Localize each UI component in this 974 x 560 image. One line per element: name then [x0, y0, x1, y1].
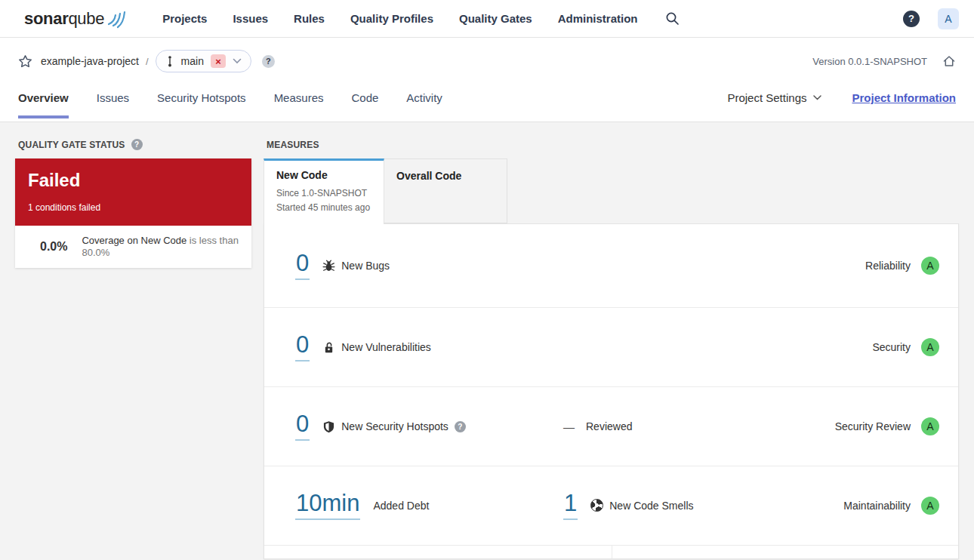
reliability-label: Reliability [865, 260, 911, 272]
measure-row-maintainability: 10min Added Debt 1 New Code Smells Maint… [264, 466, 958, 546]
quality-gate-help-icon[interactable]: ? [131, 139, 143, 150]
quality-gate-panel: QUALITY GATE STATUS ? Failed 1 condition… [15, 140, 251, 559]
nav-projects[interactable]: Projects [162, 12, 207, 25]
quality-gate-condition-row[interactable]: 0.0% Coverage on New Code is less than 8… [15, 226, 251, 268]
chevron-down-icon [233, 58, 242, 64]
new-code-started: Started 45 minutes ago [276, 201, 371, 215]
project-settings-label: Project Settings [727, 91, 806, 104]
measures-panel: MEASURES New Code Since 1.0-SNAPSHOT Sta… [264, 140, 959, 559]
reviewed-dash: — [563, 420, 574, 433]
new-security-hotspots-count-link[interactable]: 0 [295, 412, 310, 441]
logo-text-light: qube [68, 9, 104, 28]
avatar[interactable]: A [938, 8, 959, 29]
maintainability-label: Maintainability [843, 500, 911, 512]
new-vulnerabilities-label: New Vulnerabilities [341, 341, 431, 353]
home-icon[interactable] [942, 54, 956, 68]
tab-new-code-label: New Code [276, 169, 371, 181]
new-vulnerabilities-count-link[interactable]: 0 [295, 333, 310, 362]
breadcrumb-separator: / [146, 56, 149, 67]
chevron-down-icon [813, 95, 821, 100]
tab-measures[interactable]: Measures [274, 85, 324, 122]
quality-gate-card: Failed 1 conditions failed 0.0% Coverage… [15, 158, 251, 268]
reviewed-label: Reviewed [586, 420, 632, 432]
measure-row-security-hotspots: 0 New Security Hotspots ? — Reviewed [264, 387, 958, 466]
security-rating-badge: A [921, 338, 939, 356]
breadcrumb-right: Version 0.0.1-SNAPSHOT [812, 54, 956, 68]
added-debt-label-group: Added Debt [373, 500, 429, 512]
tab-overall-code-label: Overall Code [396, 170, 495, 182]
branch-selector[interactable]: main × [156, 50, 251, 72]
branch-help-icon[interactable]: ? [262, 55, 275, 68]
logo-text-bold: sonar [24, 9, 68, 28]
added-debt-link[interactable]: 10min [295, 491, 360, 520]
new-code-smells-count-link[interactable]: 1 [563, 491, 578, 520]
reliability-rating-group: Reliability A [865, 257, 939, 275]
security-hotspots-help-icon[interactable]: ? [455, 421, 466, 432]
condition-metric: Coverage on New Code [82, 235, 186, 246]
code-smell-icon [590, 499, 603, 512]
code-scope-tabs: New Code Since 1.0-SNAPSHOT Started 45 m… [264, 158, 959, 223]
primary-nav: Projects Issues Rules Quality Profiles Q… [162, 12, 637, 25]
top-right-actions: ? A [903, 8, 959, 29]
measures-title-row: MEASURES [267, 140, 959, 149]
quality-gate-title-row: QUALITY GATE STATUS ? [18, 140, 251, 149]
new-vulnerabilities-label-group: New Vulnerabilities [322, 341, 431, 354]
help-icon[interactable]: ? [903, 11, 920, 27]
tab-security-hotspots[interactable]: Security Hotspots [157, 85, 246, 122]
nav-administration[interactable]: Administration [558, 12, 638, 25]
security-review-label: Security Review [835, 420, 911, 432]
overview-content: QUALITY GATE STATUS ? Failed 1 condition… [0, 122, 974, 559]
tab-overview[interactable]: Overview [18, 85, 69, 122]
sonarqube-logo-text: sonarqube [24, 8, 104, 30]
new-bugs-count-link[interactable]: 0 [295, 251, 310, 280]
tab-activity[interactable]: Activity [406, 85, 442, 122]
new-code-smells-label: New Code Smells [609, 500, 693, 512]
nav-quality-profiles[interactable]: Quality Profiles [350, 12, 433, 25]
branch-name: main [181, 55, 204, 67]
quality-gate-conditions-summary: 1 conditions failed [28, 202, 239, 213]
hotspots-reviewed-group: — Reviewed [563, 420, 632, 433]
sonar-waves-icon [105, 6, 128, 29]
breadcrumb-project-link[interactable]: example-java-project [41, 55, 139, 67]
project-tabs-right: Project Settings Project Information [727, 85, 956, 122]
security-rating-group: Security A [872, 338, 939, 356]
quality-gate-status-banner: Failed 1 conditions failed [15, 158, 251, 226]
quality-gate-title: QUALITY GATE STATUS [18, 140, 125, 150]
new-code-smells-label-group: New Code Smells [590, 499, 693, 512]
security-label: Security [872, 341, 911, 353]
new-code-smells-group: 1 New Code Smells [563, 491, 694, 520]
nav-rules[interactable]: Rules [294, 12, 325, 25]
top-navigation-bar: sonarqube Projects Issues Rules Quality … [0, 0, 974, 38]
favorite-star-icon[interactable] [18, 54, 32, 69]
quality-gate-status: Failed [28, 170, 239, 191]
project-tabs: Overview Issues Security Hotspots Measur… [18, 85, 956, 122]
project-information-link[interactable]: Project Information [852, 91, 956, 104]
new-bugs-label: New Bugs [341, 260, 390, 272]
project-header: example-java-project / main × ? Version … [0, 38, 974, 122]
tab-new-code[interactable]: New Code Since 1.0-SNAPSHOT Started 45 m… [264, 158, 384, 224]
new-security-hotspots-label: New Security Hotspots [341, 420, 448, 432]
maintainability-rating-badge: A [921, 497, 939, 515]
added-debt-label: Added Debt [373, 500, 429, 512]
security-review-rating-group: Security Review A [835, 417, 939, 435]
search-icon[interactable] [665, 11, 680, 26]
panel-vertical-divider [612, 546, 612, 558]
tab-code[interactable]: Code [351, 85, 378, 122]
reliability-rating-badge: A [921, 257, 939, 275]
tab-overall-code[interactable]: Overall Code [384, 158, 507, 223]
tab-issues[interactable]: Issues [97, 85, 129, 122]
project-settings-menu[interactable]: Project Settings [727, 91, 821, 104]
condition-text: Coverage on New Code is less than 80.0% [82, 235, 243, 260]
nav-quality-gates[interactable]: Quality Gates [459, 12, 532, 25]
measures-rows: 0 New Bugs Reliability A [264, 223, 959, 559]
unlock-icon [322, 341, 335, 354]
new-code-since: Since 1.0-SNAPSHOT [276, 186, 371, 201]
nav-issues[interactable]: Issues [233, 12, 268, 25]
sonarqube-logo[interactable]: sonarqube [24, 8, 128, 30]
branch-failed-badge: × [211, 54, 226, 68]
breadcrumb: example-java-project / main × ? Version … [18, 38, 956, 85]
bug-icon [322, 260, 335, 272]
security-review-rating-badge: A [921, 417, 939, 435]
measure-row-coverage-partial [264, 546, 958, 558]
maintainability-rating-group: Maintainability A [843, 497, 939, 515]
